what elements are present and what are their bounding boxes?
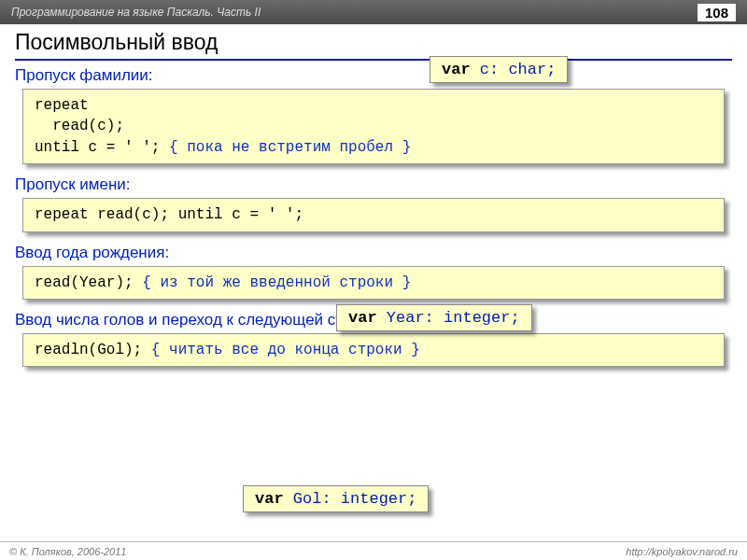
page-title: Посимвольный ввод <box>15 30 732 61</box>
copyright: © К. Поляков, 2006-2011 <box>9 546 626 557</box>
keyword: var <box>442 61 471 78</box>
code-line: repeat read(c); until c = ' '; <box>35 206 303 223</box>
label-name: Пропуск имени: <box>15 175 732 194</box>
code-comment: { пока не встретим пробел } <box>169 139 411 156</box>
keyword: var <box>255 490 284 508</box>
deck-title: Программирование на языке Паскаль. Часть… <box>11 6 698 19</box>
tag-var-year: var Year: integer; <box>336 304 532 331</box>
page-number: 108 <box>698 4 736 21</box>
code-goals: readln(Gol); { читать все до конца строк… <box>22 333 725 367</box>
code-year: read(Year); { из той же введенной строки… <box>22 266 725 300</box>
code-line: read(c); <box>35 118 124 134</box>
slide-header: Программирование на языке Паскаль. Часть… <box>0 0 747 24</box>
label-surname: Пропуск фамилии: <box>15 66 732 85</box>
decl: Year: integer; <box>377 309 520 327</box>
decl: Gol: integer; <box>284 490 417 508</box>
code-line: readln(Gol); <box>35 342 151 358</box>
slide-footer: © К. Поляков, 2006-2011 http://kpolyakov… <box>0 541 747 560</box>
code-comment: { читать все до конца строки } <box>151 342 420 358</box>
code-line: read(Year); <box>35 274 142 291</box>
code-name: repeat read(c); until c = ' '; <box>22 198 725 231</box>
keyword: var <box>348 309 377 327</box>
label-year: Ввод года рождения: <box>15 244 732 262</box>
code-comment: { из той же введенной строки } <box>142 274 411 291</box>
decl: c: char; <box>471 61 557 78</box>
footer-url: http://kpolyakov.narod.ru <box>626 546 738 557</box>
tag-var-char: var c: char; <box>430 56 568 83</box>
code-line: until c = ' '; <box>35 139 169 156</box>
code-surname: repeat read(c); until c = ' '; { пока не… <box>22 89 725 164</box>
code-line: repeat <box>35 97 89 114</box>
tag-var-gol: var Gol: integer; <box>243 485 429 512</box>
